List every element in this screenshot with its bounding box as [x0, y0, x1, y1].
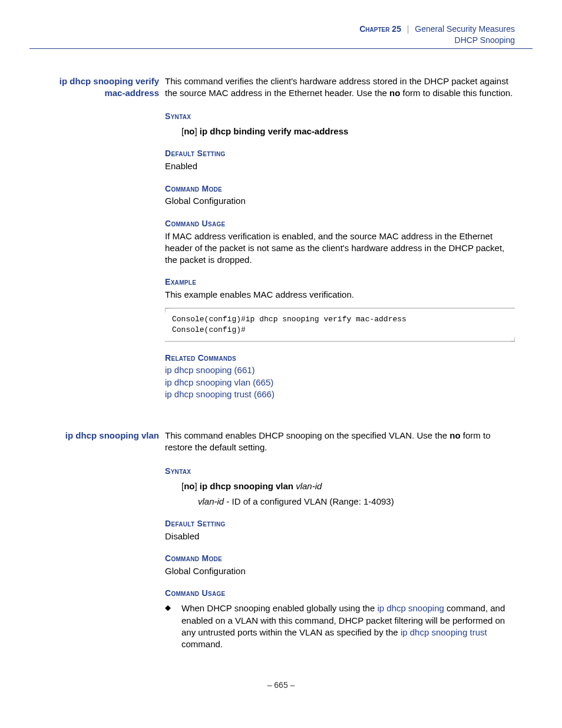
default-value: Enabled	[165, 160, 515, 172]
page-header: Chapter 25 | General Security Measures D…	[29, 24, 533, 49]
usage-bullet-text: When DHCP snooping enabled globally usin…	[181, 602, 515, 650]
bracket-close: ]	[195, 481, 200, 491]
syntax-cmd: ip dhcp binding verify mac-address	[200, 126, 349, 136]
diamond-bullet-icon: ◆	[165, 602, 181, 650]
syntax-cmd: ip dhcp snooping vlan	[200, 481, 296, 491]
desc-text: This command enables DHCP snooping on th…	[165, 430, 449, 440]
command-section-verify-mac: ip dhcp snooping verify mac-address This…	[47, 75, 515, 400]
example-intro: This example enables MAC address verific…	[165, 289, 515, 301]
chapter-label: Chapter 25	[359, 24, 401, 34]
syntax-heading: Syntax	[165, 466, 515, 477]
desc-no: no	[389, 88, 400, 98]
syntax-heading: Syntax	[165, 111, 515, 122]
page-number: – 665 –	[47, 680, 515, 691]
command-description: This command verifies the client's hardw…	[165, 75, 515, 100]
default-heading: Default Setting	[165, 148, 515, 159]
usage-text: If MAC address verification is enabled, …	[165, 230, 515, 266]
usage-heading: Command Usage	[165, 218, 515, 229]
command-description: This command enables DHCP snooping on th…	[165, 430, 515, 454]
syntax-line: [no] ip dhcp snooping vlan vlan-id	[181, 480, 515, 492]
related-link[interactable]: ip dhcp snooping vlan (665)	[165, 377, 515, 388]
desc-no: no	[449, 430, 460, 440]
header-separator: |	[407, 24, 409, 34]
syntax-no: no	[184, 481, 194, 491]
related-heading: Related Commands	[165, 353, 515, 364]
arg-desc: - ID of a configured VLAN (Range: 1-4093…	[224, 496, 394, 506]
side-heading: ip dhcp snooping verify mac-address	[47, 75, 159, 100]
related-link[interactable]: ip dhcp snooping (661)	[165, 364, 515, 376]
chapter-title: General Security Measures	[415, 24, 515, 34]
default-value: Disabled	[165, 531, 515, 542]
mode-value: Global Configuration	[165, 565, 515, 577]
desc-text-2: form to disable this function.	[400, 88, 513, 98]
document-page: Chapter 25 | General Security Measures D…	[0, 0, 562, 728]
syntax-line: [no] ip dhcp binding verify mac-address	[181, 126, 515, 137]
syntax-arg-desc: vlan-id - ID of a configured VLAN (Range…	[198, 496, 515, 508]
usage-bullet: ◆ When DHCP snooping enabled globally us…	[165, 602, 515, 650]
mode-value: Global Configuration	[165, 195, 515, 207]
syntax-no: no	[184, 126, 194, 136]
example-code: Console(config)#ip dhcp snooping verify …	[165, 308, 515, 341]
usage-heading: Command Usage	[165, 588, 515, 599]
arg-name: vlan-id	[198, 496, 224, 506]
header-subtitle: DHCP Snooping	[29, 35, 515, 46]
inline-link[interactable]: ip dhcp snooping	[377, 603, 444, 613]
bullet-text: When DHCP snooping enabled globally usin…	[181, 603, 377, 613]
command-section-snooping-vlan: ip dhcp snooping vlan This command enabl…	[47, 430, 515, 650]
example-heading: Example	[165, 276, 515, 288]
side-heading: ip dhcp snooping vlan	[47, 430, 159, 442]
default-heading: Default Setting	[165, 518, 515, 529]
inline-link[interactable]: ip dhcp snooping trust	[401, 627, 487, 637]
mode-heading: Command Mode	[165, 553, 515, 564]
mode-heading: Command Mode	[165, 183, 515, 195]
syntax-arg: vlan-id	[296, 481, 322, 491]
related-link[interactable]: ip dhcp snooping trust (666)	[165, 388, 515, 400]
bullet-text: command.	[181, 639, 223, 649]
bracket-close: ]	[195, 126, 200, 136]
